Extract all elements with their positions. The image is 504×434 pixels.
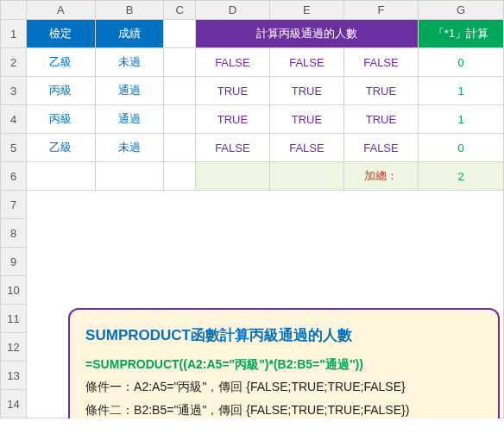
row-header[interactable]: 3 bbox=[1, 77, 27, 105]
cell[interactable] bbox=[269, 162, 343, 191]
cell[interactable]: TRUE bbox=[269, 105, 343, 134]
cell[interactable] bbox=[164, 105, 196, 134]
table-row: 4 丙級 通過 TRUE TRUE TRUE 1 bbox=[1, 105, 504, 134]
cell[interactable] bbox=[164, 48, 196, 77]
cell[interactable]: FALSE bbox=[269, 134, 343, 162]
row-header[interactable]: 4 bbox=[1, 105, 27, 134]
sum-label-cell[interactable]: 加總： bbox=[343, 162, 418, 191]
cell[interactable]: 「*1」計算 bbox=[419, 20, 504, 48]
row-header[interactable]: 1 bbox=[1, 20, 27, 48]
table-row: 5 乙級 未過 FALSE FALSE FALSE 0 bbox=[1, 134, 504, 162]
col-header-C[interactable]: C bbox=[164, 1, 196, 20]
cell[interactable]: TRUE bbox=[343, 77, 418, 105]
table-row-sum: 6 加總： 2 bbox=[1, 162, 504, 191]
cell[interactable]: TRUE bbox=[269, 77, 343, 105]
row-header[interactable]: 10 bbox=[1, 276, 27, 305]
cell[interactable] bbox=[164, 77, 196, 105]
explanation-callout: SUMPRODUCT函數計算丙級通過的人數 =SUMPRODUCT((A2:A5… bbox=[68, 308, 500, 419]
cell[interactable]: 成績 bbox=[95, 20, 164, 48]
cell[interactable]: 0 bbox=[419, 134, 504, 162]
cell[interactable]: 乙級 bbox=[27, 134, 96, 162]
table-row: 7 SUMPRODUCT函數計算丙級通過的人數 =SUMPRODUCT((A2:… bbox=[1, 191, 504, 219]
row-header[interactable]: 14 bbox=[1, 390, 27, 418]
cell[interactable] bbox=[164, 134, 196, 162]
col-header-D[interactable]: D bbox=[195, 1, 269, 20]
col-header-F[interactable]: F bbox=[343, 1, 418, 20]
table-row: 2 乙級 未過 FALSE FALSE FALSE 0 bbox=[1, 48, 504, 77]
callout-line: 條件二：B2:B5="通過"，傳回 {FALSE;TRUE;TRUE;FALSE… bbox=[85, 399, 482, 418]
cell[interactable]: FALSE bbox=[343, 134, 418, 162]
callout-host-cell[interactable]: SUMPRODUCT函數計算丙級通過的人數 =SUMPRODUCT((A2:A5… bbox=[27, 191, 504, 418]
row-header[interactable]: 6 bbox=[1, 162, 27, 191]
cell[interactable]: FALSE bbox=[195, 134, 269, 162]
col-header-A[interactable]: A bbox=[27, 1, 96, 20]
spreadsheet-grid[interactable]: A B C D E F G 1 檢定 成績 計算丙級通過的人數 「*1」計算 2… bbox=[0, 0, 504, 418]
cell[interactable]: 未過 bbox=[95, 48, 164, 77]
callout-formula: =SUMPRODUCT((A2:A5="丙級")*(B2:B5="通過")) bbox=[85, 353, 482, 376]
cell[interactable]: 計算丙級通過的人數 bbox=[195, 20, 418, 48]
cell[interactable] bbox=[195, 162, 269, 191]
cell[interactable]: TRUE bbox=[343, 105, 418, 134]
row-header[interactable]: 8 bbox=[1, 219, 27, 248]
cell[interactable] bbox=[95, 162, 164, 191]
cell[interactable]: 乙級 bbox=[27, 48, 96, 77]
row-header[interactable]: 9 bbox=[1, 248, 27, 276]
cell[interactable]: 丙級 bbox=[27, 77, 96, 105]
cell[interactable] bbox=[164, 20, 196, 48]
cell[interactable]: 1 bbox=[419, 105, 504, 134]
cell[interactable] bbox=[27, 162, 96, 191]
row-header[interactable]: 2 bbox=[1, 48, 27, 77]
cell[interactable]: FALSE bbox=[195, 48, 269, 77]
cell[interactable]: 通過 bbox=[95, 105, 164, 134]
table-row: 3 丙級 通過 TRUE TRUE TRUE 1 bbox=[1, 77, 504, 105]
callout-line: 條件一：A2:A5="丙級"，傳回 {FALSE;TRUE;TRUE;FALSE… bbox=[85, 375, 482, 399]
row-header[interactable]: 7 bbox=[1, 191, 27, 219]
cell[interactable]: TRUE bbox=[195, 77, 269, 105]
cell[interactable]: 通過 bbox=[95, 77, 164, 105]
cell[interactable]: FALSE bbox=[269, 48, 343, 77]
col-header-B[interactable]: B bbox=[95, 1, 164, 20]
col-header-G[interactable]: G bbox=[419, 1, 504, 20]
row-header[interactable]: 13 bbox=[1, 362, 27, 390]
cell[interactable] bbox=[164, 162, 196, 191]
column-header-row: A B C D E F G bbox=[1, 1, 504, 20]
table-row: 1 檢定 成績 計算丙級通過的人數 「*1」計算 bbox=[1, 20, 504, 48]
cell[interactable]: FALSE bbox=[343, 48, 418, 77]
cell[interactable]: 檢定 bbox=[27, 20, 96, 48]
col-header-E[interactable]: E bbox=[269, 1, 343, 20]
row-header[interactable]: 11 bbox=[1, 305, 27, 333]
row-header[interactable]: 5 bbox=[1, 134, 27, 162]
corner-cell bbox=[1, 1, 27, 20]
cell[interactable]: TRUE bbox=[195, 105, 269, 134]
cell[interactable]: 丙級 bbox=[27, 105, 96, 134]
cell[interactable]: 0 bbox=[419, 48, 504, 77]
cell[interactable]: 1 bbox=[419, 77, 504, 105]
cell[interactable]: 未過 bbox=[95, 134, 164, 162]
row-header[interactable]: 12 bbox=[1, 333, 27, 362]
callout-title: SUMPRODUCT函數計算丙級通過的人數 bbox=[85, 322, 482, 349]
sum-value-cell[interactable]: 2 bbox=[419, 162, 504, 191]
